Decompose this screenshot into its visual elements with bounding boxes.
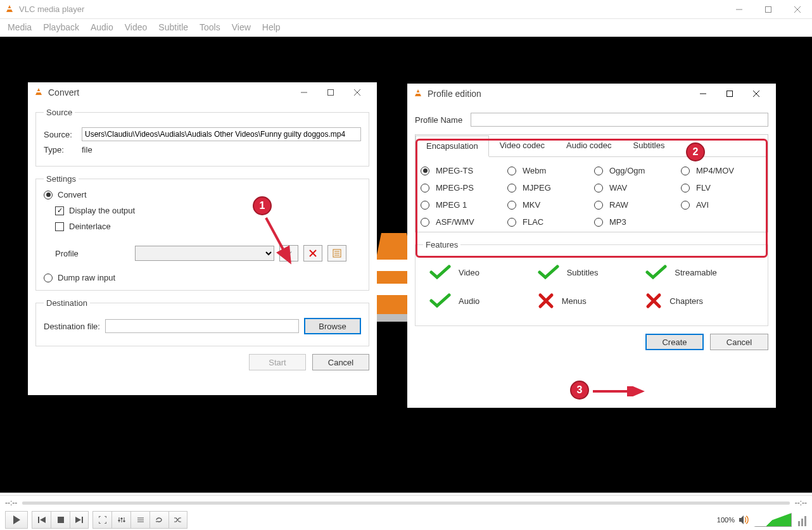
- seek-bar[interactable]: [22, 502, 789, 505]
- time-total: --:--: [795, 498, 807, 507]
- profile-cancel-button[interactable]: Cancel: [710, 334, 768, 350]
- destination-label: Destination file:: [44, 322, 100, 331]
- annotation-1: 1: [253, 196, 272, 215]
- loop-button[interactable]: [149, 511, 168, 529]
- speaker-icon[interactable]: [739, 515, 750, 525]
- svg-rect-24: [38, 517, 39, 523]
- profile-minimize-button[interactable]: [690, 84, 716, 104]
- menubar: Media Playback Audio Video Subtitle Tool…: [0, 19, 812, 35]
- next-button[interactable]: [70, 511, 89, 529]
- x-icon: [309, 249, 317, 257]
- create-button[interactable]: Create: [645, 334, 704, 350]
- convert-cancel-button[interactable]: Cancel: [312, 354, 369, 370]
- feature-chapters: Chapters: [645, 293, 754, 309]
- svg-rect-32: [123, 521, 125, 522]
- loop-icon: [155, 516, 164, 524]
- menu-help[interactable]: Help: [262, 22, 281, 32]
- feature-video: Video: [429, 265, 538, 280]
- feature-audio: Audio: [429, 293, 538, 309]
- profile-dialog-title: Profile edition: [428, 89, 481, 99]
- convert-maximize-button[interactable]: [317, 82, 344, 103]
- menu-view[interactable]: View: [232, 22, 251, 32]
- destination-legend: Destination: [44, 298, 90, 308]
- skip-prev-icon: [38, 517, 46, 523]
- maximize-button[interactable]: [754, 0, 783, 19]
- feature-menus: Menus: [538, 293, 646, 309]
- equalizer-icon[interactable]: [798, 512, 807, 527]
- svg-line-22: [266, 218, 290, 262]
- shuffle-button[interactable]: [168, 511, 187, 529]
- menu-video[interactable]: Video: [125, 22, 148, 32]
- delete-profile-button[interactable]: [303, 245, 322, 262]
- playlist-icon: [137, 516, 144, 524]
- source-input[interactable]: [82, 127, 361, 141]
- close-button[interactable]: [783, 0, 812, 19]
- svg-rect-26: [82, 517, 83, 523]
- player-bottom-bar: --:-- --:-- 100%: [0, 495, 812, 530]
- dump-raw-radio[interactable]: Dump raw input: [44, 273, 361, 282]
- settings-legend: Settings: [44, 174, 79, 184]
- convert-close-button[interactable]: [344, 82, 371, 103]
- profile-name-input[interactable]: [471, 113, 768, 127]
- skip-next-icon: [75, 517, 83, 523]
- annotation-3: 3: [570, 381, 589, 400]
- time-elapsed: --:--: [5, 498, 17, 507]
- playlist-button[interactable]: [130, 511, 149, 529]
- convert-radio[interactable]: Convert: [44, 190, 361, 199]
- stop-icon: [58, 517, 64, 523]
- minimize-button[interactable]: [725, 0, 754, 19]
- destination-input[interactable]: [105, 319, 299, 333]
- display-output-checkbox[interactable]: Display the output: [55, 206, 361, 215]
- annotation-arrow-1: [262, 215, 300, 272]
- type-label: Type:: [44, 145, 77, 155]
- profile-maximize-button[interactable]: [716, 84, 743, 104]
- svg-rect-36: [798, 521, 800, 526]
- check-icon: [538, 265, 559, 280]
- fullscreen-button[interactable]: [92, 511, 111, 529]
- svg-rect-38: [804, 516, 806, 526]
- menu-tools[interactable]: Tools: [200, 22, 220, 32]
- new-profile-button[interactable]: [327, 245, 346, 262]
- profile-close-button[interactable]: [743, 84, 770, 104]
- source-label: Source:: [44, 130, 77, 139]
- menu-audio[interactable]: Audio: [91, 22, 113, 32]
- svg-rect-37: [801, 519, 803, 526]
- profile-label: Profile: [55, 249, 130, 258]
- convert-titlebar: Convert: [28, 82, 377, 103]
- vlc-cone-icon: [414, 89, 422, 98]
- prev-button[interactable]: [32, 511, 51, 529]
- profile-name-label: Profile Name: [415, 115, 466, 125]
- profile-titlebar: Profile edition: [407, 84, 776, 104]
- profile-select[interactable]: [135, 246, 274, 261]
- annotation-arrow-3: [592, 386, 649, 396]
- convert-dialog: Convert Source Source: Type: file Settin…: [28, 82, 377, 395]
- main-titlebar: VLC media player: [0, 0, 812, 19]
- feature-streamable: Streamable: [645, 265, 754, 280]
- check-icon: [429, 265, 451, 280]
- sliders-icon: [118, 516, 125, 524]
- x-icon: [538, 293, 554, 309]
- play-icon: [13, 515, 20, 524]
- ext-settings-button[interactable]: [111, 511, 130, 529]
- start-button[interactable]: Start: [249, 354, 306, 370]
- shuffle-icon: [174, 516, 182, 524]
- annotation-2: 2: [686, 142, 705, 161]
- svg-rect-31: [120, 518, 122, 519]
- svg-rect-25: [58, 517, 64, 523]
- fullscreen-icon: [99, 516, 106, 524]
- deinterlace-checkbox[interactable]: Deinterlace: [55, 222, 361, 231]
- x-icon: [645, 293, 662, 309]
- svg-rect-1: [766, 6, 771, 12]
- source-legend: Source: [44, 108, 75, 117]
- app-title: VLC media player: [19, 4, 84, 14]
- volume-slider[interactable]: [754, 513, 792, 527]
- stop-button[interactable]: [51, 511, 70, 529]
- play-button[interactable]: [5, 511, 28, 529]
- menu-subtitle[interactable]: Subtitle: [158, 22, 188, 32]
- svg-rect-30: [118, 520, 120, 521]
- vlc-cone-icon: [34, 88, 43, 97]
- menu-media[interactable]: Media: [8, 22, 32, 32]
- convert-minimize-button[interactable]: [291, 82, 317, 103]
- browse-button[interactable]: Browse: [304, 318, 361, 334]
- menu-playback[interactable]: Playback: [43, 22, 79, 32]
